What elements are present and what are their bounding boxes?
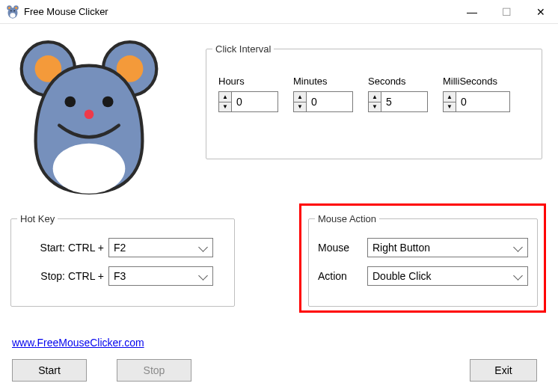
action-combo[interactable]: Double Click [367,266,528,286]
svg-point-13 [64,97,76,108]
action-label: Action [318,270,360,282]
mouse-action-legend: Mouse Action [315,213,379,224]
start-button[interactable]: Start [12,359,87,382]
exit-button[interactable]: Exit [470,359,537,382]
seconds-spinner[interactable]: ▲ ▼ [368,91,428,112]
titlebar: Free Mouse Clicker — ☐ ✕ [0,0,558,24]
svg-point-12 [53,144,126,194]
seconds-input[interactable] [381,91,428,112]
hotkey-group: Hot Key Start: CTRL + F2 Stop: CTRL + F3 [10,213,235,307]
svg-point-6 [10,10,11,10]
minutes-input[interactable] [307,91,353,112]
mouse-logo [10,39,168,196]
mouse-button-value: Right Button [372,242,430,254]
ms-input[interactable] [456,91,510,112]
hours-label: Hours [218,76,278,87]
minutes-spinner[interactable]: ▲ ▼ [293,91,353,112]
hotkey-stop-combo[interactable]: F3 [108,266,213,286]
click-interval-legend: Click Interval [212,43,274,55]
minutes-down-icon[interactable]: ▼ [294,102,306,111]
ms-up-icon[interactable]: ▲ [444,92,456,102]
click-interval-group: Click Interval Hours ▲ ▼ Minutes ▲ ▼ [206,43,542,159]
hours-up-icon[interactable]: ▲ [219,92,231,102]
svg-point-7 [13,10,14,10]
svg-point-14 [102,97,114,108]
action-value: Double Click [372,270,432,282]
seconds-down-icon[interactable]: ▼ [369,102,381,111]
mouse-button-combo[interactable]: Right Button [367,238,528,257]
close-button[interactable]: ✕ [524,0,558,24]
hotkey-start-combo[interactable]: F2 [108,238,213,257]
svg-point-15 [85,110,94,120]
maximize-button: ☐ [489,0,524,24]
ms-label: MilliSeconds [443,76,510,87]
client-area: Click Interval Hours ▲ ▼ Minutes ▲ ▼ [0,24,558,392]
mouse-action-group: Mouse Action Mouse Right Button Action D… [308,213,538,307]
minimize-button[interactable]: — [455,0,489,24]
hotkey-stop-label: Stop: CTRL + [22,270,104,282]
website-link[interactable]: www.FreeMouseClicker.com [12,337,144,349]
ms-down-icon[interactable]: ▼ [444,102,456,111]
hotkey-start-value: F2 [114,242,126,254]
minutes-up-icon[interactable]: ▲ [294,92,306,102]
hours-input[interactable] [232,91,278,112]
hours-spinner[interactable]: ▲ ▼ [218,91,278,112]
window-title: Free Mouse Clicker [24,6,108,17]
app-icon [6,5,19,19]
ms-spinner[interactable]: ▲ ▼ [443,91,510,112]
seconds-label: Seconds [368,76,428,87]
mouse-label: Mouse [318,242,360,254]
hotkey-start-label: Start: CTRL + [22,242,104,254]
seconds-up-icon[interactable]: ▲ [369,92,381,102]
minutes-label: Minutes [293,76,353,87]
stop-button: Stop [117,359,191,382]
svg-point-5 [10,13,15,17]
hotkey-legend: Hot Key [17,213,58,224]
hotkey-stop-value: F3 [114,270,126,282]
hours-down-icon[interactable]: ▼ [219,102,231,111]
